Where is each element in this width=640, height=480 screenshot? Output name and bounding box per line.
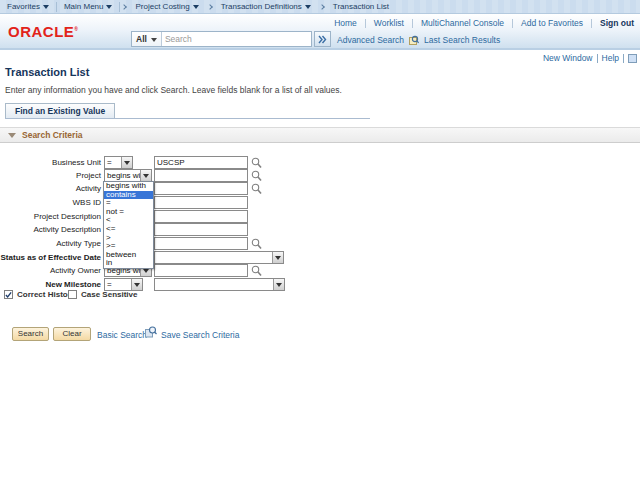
project-description-input[interactable] (154, 210, 248, 223)
operator-option[interactable]: < (104, 216, 153, 225)
tab-strip-line (5, 118, 370, 119)
field-row-activity: Activity (0, 182, 640, 195)
field-row-business-unit: Business Unit = (0, 156, 640, 169)
oracle-logo: ORACLE® (8, 23, 79, 40)
divider (597, 54, 598, 63)
field-row-activity-description: Activity Description (0, 223, 640, 236)
combo-dropdown-button[interactable] (272, 252, 283, 263)
sign-out-link[interactable]: Sign out (600, 18, 634, 28)
advanced-search-link[interactable]: Advanced Search (337, 35, 404, 45)
status-effective-date-label: Status as of Effective Date (0, 251, 101, 264)
breadcrumb-main-menu[interactable]: Main Menu (57, 1, 120, 12)
project-operator-dropdown-list: begins with contains = not = < <= > >= b… (103, 181, 154, 269)
operator-option[interactable]: not = (104, 208, 153, 217)
nav-add-to-favorites-link[interactable]: Add to Favorites (521, 18, 583, 28)
field-row-activity-owner: Activity Owner begins with (0, 264, 640, 277)
project-lookup-icon[interactable] (251, 170, 262, 182)
operator-value: = (105, 279, 131, 290)
chevron-down-icon (124, 161, 130, 168)
chevron-right-icon (319, 4, 325, 10)
breadcrumb-project-costing[interactable]: Project Costing (128, 1, 205, 12)
page-title: Transaction List (5, 66, 89, 78)
combo-dropdown-button[interactable] (140, 170, 151, 181)
operator-option[interactable]: in (104, 259, 153, 268)
combo-dropdown-button[interactable] (273, 279, 284, 290)
breadcrumb-main-menu-label: Main Menu (64, 2, 104, 11)
activity-type-input[interactable] (154, 237, 248, 250)
project-input[interactable] (154, 169, 248, 182)
checkbox-checked[interactable] (4, 290, 13, 299)
business-unit-label: Business Unit (0, 156, 101, 169)
chevron-down-icon (305, 5, 311, 12)
business-unit-input[interactable] (154, 156, 248, 169)
activity-owner-label: Activity Owner (0, 264, 101, 277)
nav-multichannel-console-link[interactable]: MultiChannel Console (421, 18, 504, 28)
operator-option[interactable]: begins with (104, 182, 153, 191)
activity-owner-lookup-icon[interactable] (251, 265, 262, 277)
operator-option[interactable]: >= (104, 242, 153, 251)
basic-search-link[interactable]: Basic Search (97, 330, 147, 340)
breadcrumb-favorites[interactable]: Favorites (0, 1, 56, 12)
app-header: ORACLE® Home Worklist MultiChannel Conso… (0, 14, 640, 48)
page-instruction: Enter any information you have and click… (5, 85, 342, 95)
activity-description-input[interactable] (154, 223, 248, 236)
breadcrumb: Favorites Main Menu Project Costing Tran… (0, 0, 640, 14)
nav-worklist-link[interactable]: Worklist (374, 18, 404, 28)
divider (365, 19, 366, 28)
header-nav: Home Worklist MultiChannel Console Add t… (334, 18, 634, 28)
nav-home-link[interactable]: Home (334, 18, 357, 28)
personalize-page-icon[interactable] (628, 54, 637, 63)
chevron-down-icon (143, 174, 149, 181)
wbs-id-label: WBS ID (0, 196, 101, 209)
breadcrumb-transaction-list[interactable]: Transaction List (326, 2, 396, 11)
activity-lookup-icon[interactable] (251, 183, 262, 195)
operator-option-highlighted[interactable]: contains (104, 191, 153, 200)
save-search-criteria-link[interactable]: Save Search Criteria (161, 330, 239, 340)
operator-option[interactable]: <= (104, 225, 153, 234)
breadcrumb-transaction-definitions[interactable]: Transaction Definitions (214, 1, 318, 12)
divider (412, 19, 413, 28)
last-search-results-icon (409, 35, 419, 45)
operator-value: begins with (105, 170, 140, 181)
last-search-results-link[interactable]: Last Search Results (424, 35, 500, 45)
activity-type-lookup-icon[interactable] (251, 238, 262, 250)
search-input[interactable] (162, 32, 311, 46)
search-criteria-section-header[interactable]: Search Criteria (0, 127, 640, 143)
status-effective-date-select[interactable] (154, 251, 284, 264)
search-go-button[interactable] (314, 31, 331, 47)
new-window-link[interactable]: New Window (543, 53, 593, 63)
activity-input[interactable] (154, 182, 248, 195)
operator-option[interactable]: between (104, 251, 153, 260)
wbs-id-input[interactable] (154, 196, 248, 209)
registered-mark: ® (74, 26, 78, 32)
breadcrumb-label: Transaction List (333, 2, 389, 11)
chevron-right-icon (207, 4, 213, 10)
tab-find-existing-value[interactable]: Find an Existing Value (5, 103, 115, 119)
chevron-down-icon (276, 283, 282, 290)
double-chevron-right-icon (318, 35, 327, 44)
business-unit-operator-select[interactable]: = (104, 156, 133, 169)
field-row-wbs-id: WBS ID (0, 196, 640, 209)
clear-button[interactable]: Clear (53, 327, 91, 341)
combo-dropdown-button[interactable] (131, 279, 142, 290)
new-milestone-value-select[interactable] (154, 278, 285, 291)
search-scope-select[interactable]: All (132, 32, 162, 46)
breadcrumb-favorites-label: Favorites (7, 2, 40, 11)
activity-type-label: Activity Type (0, 237, 101, 250)
correct-history-checkbox[interactable]: Correct History (4, 290, 75, 299)
help-link[interactable]: Help (602, 53, 619, 63)
page-links: New Window Help (543, 53, 637, 63)
combo-dropdown-button[interactable] (121, 157, 132, 168)
business-unit-lookup-icon[interactable] (251, 157, 262, 169)
header-separator (0, 48, 640, 50)
checkbox-unchecked[interactable] (68, 290, 77, 299)
activity-owner-input[interactable] (154, 264, 248, 277)
search-button[interactable]: Search (12, 327, 49, 341)
select-value (155, 279, 273, 290)
save-search-icon[interactable] (145, 326, 157, 338)
operator-value: = (105, 157, 121, 168)
breadcrumb-label: Transaction Definitions (221, 2, 302, 11)
operator-option[interactable]: > (104, 234, 153, 243)
case-sensitive-checkbox[interactable]: Case Sensitive (68, 290, 137, 299)
operator-option[interactable]: = (104, 199, 153, 208)
